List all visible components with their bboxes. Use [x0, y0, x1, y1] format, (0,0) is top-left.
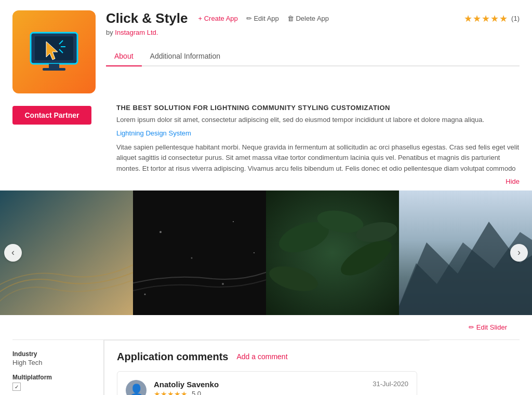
- svg-point-15: [254, 252, 255, 253]
- comments-title: Application comments: [117, 351, 228, 363]
- comment-date: 31-Jul-2020: [373, 380, 408, 388]
- contact-partner-button[interactable]: Contact Partner: [12, 106, 91, 125]
- about-intro: Lorem ipsum dolor sit amet, consectetur …: [116, 115, 520, 125]
- multiplatform-checkbox: ✓: [12, 383, 21, 391]
- slider-image-2: [133, 190, 266, 315]
- avatar-icon: 👤: [129, 384, 143, 395]
- edit-app-button[interactable]: ✏ Edit App: [246, 15, 279, 22]
- svg-point-10: [159, 231, 162, 233]
- app-by: by Instagram Ltd.: [106, 29, 520, 36]
- about-heading: THE BEST SOLUTION FOR LIGHTNING COMMUNIT…: [116, 104, 520, 112]
- comment-rating: 5.0: [192, 390, 201, 395]
- app-info: Click & Style + Create App ✏ Edit App 🗑 …: [106, 10, 520, 93]
- about-content: THE BEST SOLUTION FOR LIGHTNING COMMUNIT…: [104, 93, 532, 190]
- title-row: Click & Style + Create App ✏ Edit App 🗑 …: [106, 10, 520, 26]
- edit-slider-row: ✏ Edit Slider: [0, 315, 532, 339]
- industry-value: High Tech: [12, 359, 91, 366]
- edit-slider-link[interactable]: ✏ Edit Slider: [12, 319, 520, 335]
- app-logo: [12, 10, 96, 93]
- add-comment-button[interactable]: Add a comment: [236, 352, 287, 361]
- app-header: Click & Style + Create App ✏ Edit App 🗑 …: [0, 0, 532, 93]
- comment-card: 👤 Anatoliy Savenko ★★★★★ 5.0 31-Jul-2020: [117, 371, 417, 395]
- hide-link[interactable]: Hide: [116, 178, 520, 185]
- multiplatform-label: Multiplatform: [12, 374, 91, 381]
- slider-next-button[interactable]: ›: [510, 244, 528, 262]
- slider-images: [0, 190, 532, 315]
- rating-row: ★★★★★ (1): [464, 13, 520, 24]
- comments-section: Application comments Add a comment 👤 Ana…: [104, 340, 430, 395]
- about-body: Vitae sapien pellentesque habitant morbi…: [116, 142, 520, 174]
- slider-prev-button[interactable]: ‹: [4, 244, 22, 262]
- svg-rect-3: [43, 68, 65, 71]
- create-app-button[interactable]: + Create App: [198, 15, 238, 22]
- app-actions: + Create App ✏ Edit App 🗑 Delete App: [198, 15, 329, 22]
- tab-about[interactable]: About: [106, 47, 142, 66]
- comment-author: Anatoliy Savenko: [154, 380, 219, 389]
- rating-count: (1): [511, 15, 520, 22]
- left-col: Contact Partner: [0, 93, 104, 190]
- svg-point-11: [191, 257, 193, 258]
- content-area: Contact Partner THE BEST SOLUTION FOR LI…: [0, 93, 532, 190]
- tabs: About Additional Information: [106, 47, 520, 66]
- svg-point-12: [233, 221, 234, 222]
- comment-avatar: 👤: [126, 380, 147, 395]
- svg-point-13: [222, 283, 224, 285]
- comments-header: Application comments Add a comment: [117, 351, 417, 363]
- sidebar-info: Industry High Tech Multiplatform ✓ Opera…: [0, 340, 104, 395]
- page-wrapper: Click & Style + Create App ✏ Edit App 🗑 …: [0, 0, 532, 395]
- app-by-link[interactable]: Instagram Ltd.: [115, 29, 158, 36]
- bottom-section: Industry High Tech Multiplatform ✓ Opera…: [0, 340, 532, 395]
- industry-label: Industry: [12, 350, 91, 358]
- delete-app-button[interactable]: 🗑 Delete App: [287, 15, 329, 22]
- tab-additional[interactable]: Additional Information: [142, 47, 229, 66]
- image-slider: ‹ ›: [0, 190, 532, 315]
- comment-stars: ★★★★★: [154, 390, 188, 395]
- rating-stars: ★★★★★: [464, 13, 508, 24]
- svg-point-14: [144, 293, 146, 295]
- slider-image-3: [266, 190, 399, 315]
- svg-rect-9: [133, 190, 266, 315]
- app-title: Click & Style: [106, 10, 188, 26]
- design-system-link[interactable]: Lightning Design System: [116, 129, 520, 137]
- comment-body: Anatoliy Savenko ★★★★★ 5.0 31-Jul-2020 L…: [154, 380, 408, 395]
